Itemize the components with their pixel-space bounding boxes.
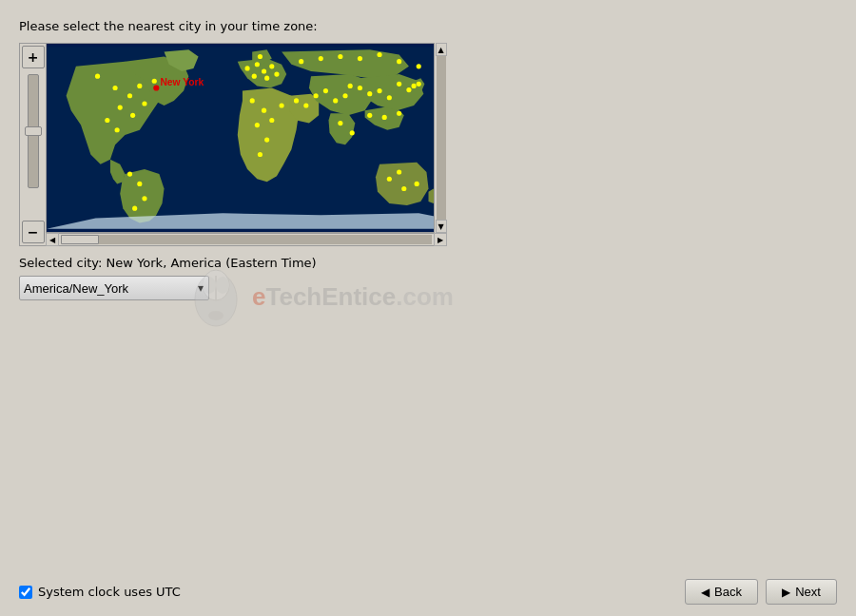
timezone-select[interactable]: America/New_York America/Chicago America… — [19, 276, 209, 300]
svg-point-22 — [258, 54, 263, 59]
svg-point-10 — [115, 127, 120, 132]
svg-point-19 — [252, 74, 257, 79]
world-map-svg: New York — [47, 44, 444, 232]
svg-point-33 — [323, 88, 328, 93]
svg-point-12 — [137, 182, 142, 186]
svg-point-4 — [137, 84, 142, 88]
scroll-track-horizontal — [61, 235, 432, 244]
map-container: + − — [19, 43, 447, 246]
button-row: ◀ Back ▶ Next — [685, 579, 837, 605]
svg-point-42 — [406, 87, 411, 92]
svg-point-15 — [244, 66, 249, 70]
svg-point-41 — [397, 82, 401, 87]
svg-point-24 — [262, 108, 266, 113]
svg-point-13 — [142, 196, 146, 201]
timezone-select-wrapper[interactable]: America/New_York America/Chicago America… — [19, 276, 209, 300]
next-icon: ▶ — [782, 586, 790, 599]
svg-point-43 — [338, 121, 342, 125]
svg-point-54 — [319, 56, 323, 61]
svg-point-40 — [387, 95, 392, 100]
svg-point-50 — [401, 186, 406, 191]
svg-point-56 — [358, 56, 362, 61]
zoom-slider[interactable] — [28, 74, 39, 188]
svg-point-39 — [377, 88, 381, 93]
svg-point-28 — [258, 152, 263, 157]
scroll-up-arrow[interactable]: ▲ — [436, 43, 447, 56]
svg-point-45 — [367, 113, 372, 118]
svg-point-47 — [397, 111, 401, 116]
svg-point-49 — [387, 177, 392, 182]
horizontal-scrollbar[interactable]: ◀ ▶ — [46, 233, 447, 246]
svg-point-25 — [255, 123, 260, 127]
zoom-controls: + − — [19, 43, 46, 246]
svg-point-32 — [314, 93, 319, 98]
svg-point-38 — [367, 91, 372, 96]
scroll-left-arrow[interactable]: ◀ — [46, 233, 59, 246]
svg-point-51 — [415, 182, 419, 186]
instruction-label: Please select the nearest city in your t… — [19, 19, 837, 33]
zoom-slider-container — [28, 70, 39, 219]
svg-point-26 — [269, 118, 274, 123]
svg-point-7 — [130, 113, 135, 118]
svg-point-11 — [127, 172, 132, 177]
svg-point-44 — [350, 130, 355, 135]
svg-point-21 — [274, 72, 279, 77]
back-button[interactable]: ◀ Back — [685, 579, 758, 605]
svg-point-58 — [397, 59, 401, 64]
zoom-in-button[interactable]: + — [22, 46, 45, 68]
svg-point-68 — [208, 311, 224, 320]
back-label: Back — [714, 585, 742, 599]
next-label: Next — [795, 585, 821, 599]
svg-point-61 — [153, 85, 159, 90]
svg-text:New York: New York — [160, 77, 204, 87]
zoom-out-button[interactable]: − — [22, 221, 45, 243]
utc-checkbox-label[interactable]: System clock uses UTC — [38, 585, 181, 599]
map-viewport[interactable]: New York — [46, 43, 445, 233]
svg-point-23 — [250, 98, 255, 103]
svg-point-14 — [132, 206, 137, 211]
svg-point-5 — [152, 79, 157, 84]
svg-point-16 — [255, 62, 260, 67]
selected-city-label: Selected city: New York, America (Easter… — [19, 256, 837, 270]
map-and-scroll: New York ▲ ▼ ◀ ▶ — [46, 43, 447, 246]
svg-point-34 — [333, 98, 338, 103]
svg-point-20 — [264, 76, 269, 81]
svg-point-9 — [105, 118, 109, 123]
svg-point-52 — [397, 169, 401, 174]
next-button[interactable]: ▶ Next — [766, 579, 837, 605]
svg-point-8 — [142, 101, 146, 106]
svg-point-35 — [342, 93, 347, 98]
svg-point-57 — [377, 52, 381, 57]
svg-point-53 — [299, 59, 303, 64]
svg-point-36 — [348, 84, 353, 88]
zoom-slider-thumb — [25, 126, 42, 136]
svg-point-55 — [338, 54, 342, 59]
svg-point-2 — [112, 86, 117, 90]
main-content: Please select the nearest city in your t… — [0, 0, 856, 300]
scroll-track-vertical — [437, 56, 446, 220]
svg-point-60 — [417, 82, 421, 87]
scroll-thumb-horizontal — [61, 235, 99, 244]
svg-point-30 — [294, 98, 299, 103]
scroll-right-arrow[interactable]: ▶ — [434, 233, 447, 246]
scroll-down-arrow[interactable]: ▼ — [436, 220, 447, 233]
svg-point-29 — [280, 103, 284, 107]
vertical-scrollbar[interactable]: ▲ ▼ — [434, 43, 447, 233]
svg-point-6 — [118, 106, 123, 110]
svg-point-27 — [264, 137, 269, 142]
map-row: New York ▲ ▼ — [46, 43, 447, 233]
svg-point-37 — [358, 86, 362, 90]
bottom-bar: System clock uses UTC ◀ Back ▶ Next — [0, 568, 856, 616]
svg-point-3 — [127, 93, 132, 98]
svg-point-46 — [382, 115, 387, 120]
svg-point-17 — [262, 68, 266, 73]
utc-checkbox-row: System clock uses UTC — [19, 585, 181, 599]
back-icon: ◀ — [701, 586, 710, 599]
svg-point-18 — [269, 64, 274, 68]
svg-point-1 — [95, 74, 100, 79]
svg-point-31 — [303, 103, 308, 107]
svg-point-59 — [417, 64, 421, 68]
svg-point-48 — [412, 84, 417, 88]
utc-checkbox[interactable] — [19, 586, 32, 599]
